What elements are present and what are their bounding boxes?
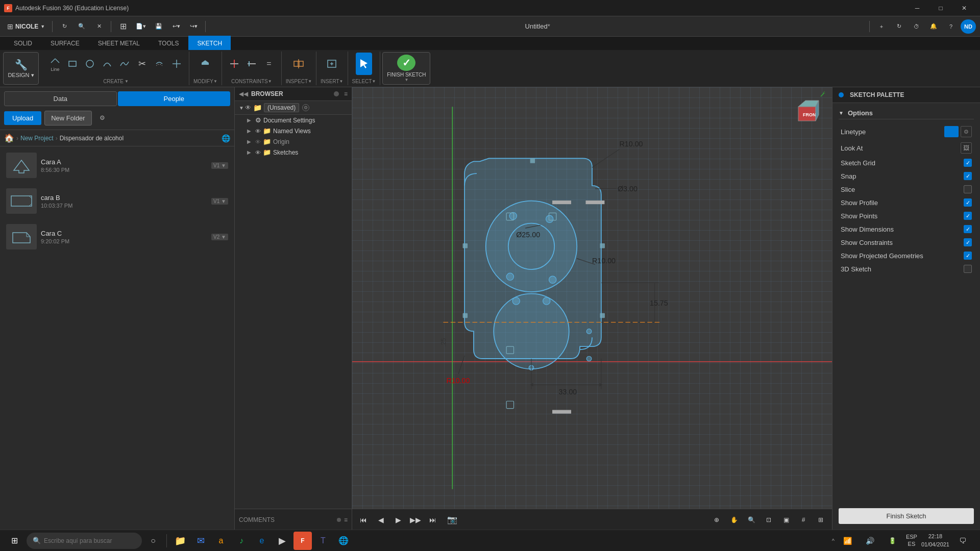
account-btn[interactable]: ND — [961, 19, 976, 34]
tab-sketch[interactable]: SKETCH — [188, 36, 231, 50]
help-btn[interactable]: ? — [943, 19, 959, 34]
insert-tool[interactable] — [324, 53, 340, 75]
file-version[interactable]: V1 ▼ — [211, 162, 228, 169]
minimize-btn[interactable]: ─ — [905, 0, 929, 16]
constraints-tool[interactable] — [168, 53, 185, 75]
upload-btn[interactable]: Upload — [4, 111, 41, 125]
maximize-btn[interactable]: □ — [929, 0, 952, 16]
globe-icon[interactable]: 🌐 — [222, 134, 230, 142]
snap-checkbox[interactable] — [964, 172, 972, 180]
new-btn[interactable]: 📄▾ — [133, 19, 149, 34]
settings-circle-icon[interactable]: ⚙ — [302, 104, 309, 111]
show-points-checkbox[interactable] — [964, 212, 972, 220]
teams-icon[interactable]: T — [314, 532, 332, 550]
show-profile-checkbox[interactable] — [964, 198, 972, 207]
apps-btn[interactable]: ⊞ — [115, 19, 131, 34]
zoom-extent-btn[interactable]: ⊡ — [762, 513, 776, 527]
browser-collapse-icon[interactable]: ◀◀ — [239, 90, 248, 97]
show-constraints-checkbox[interactable] — [964, 238, 972, 246]
battery-icon[interactable]: 🔋 — [884, 532, 902, 550]
show-projected-checkbox[interactable] — [964, 252, 972, 260]
go-end-btn[interactable]: ⏭ — [426, 513, 440, 527]
browser-sketches[interactable]: ▶ 👁 📁 Sketches — [235, 147, 352, 158]
notifications-btn[interactable]: 🔔 — [926, 19, 941, 34]
tab-solid[interactable]: SOLID — [5, 36, 41, 50]
fusion-icon[interactable]: F — [293, 532, 312, 550]
prev-btn[interactable]: ◀ — [374, 513, 388, 527]
arc-tool[interactable] — [99, 53, 115, 75]
clock[interactable]: 22:1801/04/2021 — [921, 533, 949, 548]
offset-tool[interactable] — [151, 53, 167, 75]
browser-origin[interactable]: ▶ 👁 📁 Origin — [235, 136, 352, 147]
view-cube[interactable]: FRONT Z — [789, 91, 828, 130]
constraint-collinear[interactable] — [243, 53, 260, 75]
linetype-gear-btn[interactable]: ⚙ — [961, 126, 972, 137]
tab-surface[interactable]: SURFACE — [42, 36, 88, 50]
search-bar[interactable]: 🔍 — [27, 533, 142, 549]
select-tool[interactable] — [356, 53, 372, 75]
clock-btn[interactable]: ⏱ — [909, 19, 924, 34]
close-doc-btn[interactable]: ✕ — [91, 19, 107, 34]
inspect-tool[interactable] — [290, 53, 307, 75]
save-btn[interactable]: 💾 — [151, 19, 166, 34]
constraint-coincident[interactable] — [226, 53, 242, 75]
home-icon[interactable]: 🏠 — [4, 133, 14, 143]
close-btn[interactable]: ✕ — [952, 0, 976, 16]
play-btn[interactable]: ▶ — [391, 513, 405, 527]
sys-tray-expand[interactable]: ^ — [832, 538, 835, 544]
search-btn[interactable]: 🔍 — [74, 19, 89, 34]
browser-root[interactable]: ▼ 👁 📁 (Unsaved) ⚙ — [235, 101, 352, 115]
project-breadcrumb[interactable]: New Project — [20, 135, 54, 142]
design-btn[interactable]: 🔧 DESIGN ▾ — [3, 52, 39, 85]
finish-sketch-palette-btn[interactable]: Finish Sketch — [839, 508, 974, 524]
lookat-btn[interactable]: 🖼 — [961, 142, 972, 154]
add-server-btn[interactable]: + — [874, 19, 889, 34]
network-icon[interactable]: 📶 — [839, 532, 857, 550]
named-views-visibility-icon[interactable]: 👁 — [255, 128, 261, 134]
start-btn[interactable]: ⊞ — [4, 531, 24, 551]
view-mode-btn[interactable]: ▣ — [779, 513, 793, 527]
3d-sketch-checkbox[interactable] — [964, 265, 972, 273]
rect-tool[interactable] — [64, 53, 81, 75]
cortana-btn[interactable]: ○ — [144, 532, 162, 550]
display-btn[interactable]: ⊞ — [814, 513, 828, 527]
refresh-btn[interactable]: ↻ — [57, 19, 72, 34]
go-start-btn[interactable]: ⏮ — [356, 513, 371, 527]
root-visibility-icon[interactable]: 👁 — [245, 104, 251, 111]
tab-tools[interactable]: TOOLS — [150, 36, 187, 50]
pan-btn[interactable]: ✋ — [727, 513, 741, 527]
slice-checkbox[interactable] — [964, 185, 972, 193]
finish-sketch-ribbon-btn[interactable]: ✓ FINISH SKETCH ▼ — [382, 52, 430, 85]
media-icon[interactable]: ▶ — [273, 532, 291, 550]
notification-center-icon[interactable]: 🗨 — [953, 532, 972, 550]
sketches-visibility-icon[interactable]: 👁 — [255, 149, 261, 156]
file-version[interactable]: V2 ▼ — [211, 234, 228, 240]
tab-data[interactable]: Data — [4, 91, 117, 106]
browser-icon-task[interactable]: 🌐 — [334, 532, 353, 550]
sketch-grid-checkbox[interactable] — [964, 159, 972, 167]
scissors-tool[interactable]: ✂ — [134, 53, 150, 75]
list-item[interactable]: cara B 10:03:37 PM V1 ▼ — [2, 184, 232, 218]
modify-tool[interactable] — [197, 53, 213, 75]
amazon-icon[interactable]: a — [212, 532, 230, 550]
file-version[interactable]: V1 ▼ — [211, 198, 228, 205]
volume-icon[interactable]: 🔊 — [861, 532, 879, 550]
mail-app-icon[interactable]: ✉ — [191, 532, 210, 550]
constraint-equal[interactable]: = — [261, 53, 277, 75]
sketch-canvas[interactable]: R10.00 Ø25.00 R10.00 Ø3.00 15.75 — [352, 87, 832, 509]
undo-btn[interactable]: ↩▾ — [168, 19, 184, 34]
edge-icon[interactable]: e — [253, 532, 271, 550]
lang-indicator[interactable]: ESPES — [906, 534, 917, 547]
grid-btn[interactable]: # — [796, 513, 811, 527]
settings-icon[interactable]: ⚙ — [95, 110, 110, 126]
browser-menu-icon[interactable]: ≡ — [344, 90, 348, 97]
linetype-color-btn[interactable] — [944, 126, 959, 137]
user-menu[interactable]: ⊞ NICOLE ▼ — [4, 19, 48, 34]
options-header[interactable]: ▼ Options — [839, 107, 974, 119]
files-app-icon[interactable]: 📁 — [171, 532, 189, 550]
browser-named-views[interactable]: ▶ 👁 📁 Named Views — [235, 126, 352, 136]
browser-doc-settings[interactable]: ▶ ⚙ Document Settings — [235, 115, 352, 126]
spline-tool[interactable] — [116, 53, 133, 75]
list-item[interactable]: Cara C 9:20:02 PM V2 ▼ — [2, 220, 232, 254]
search-input[interactable] — [44, 537, 136, 544]
